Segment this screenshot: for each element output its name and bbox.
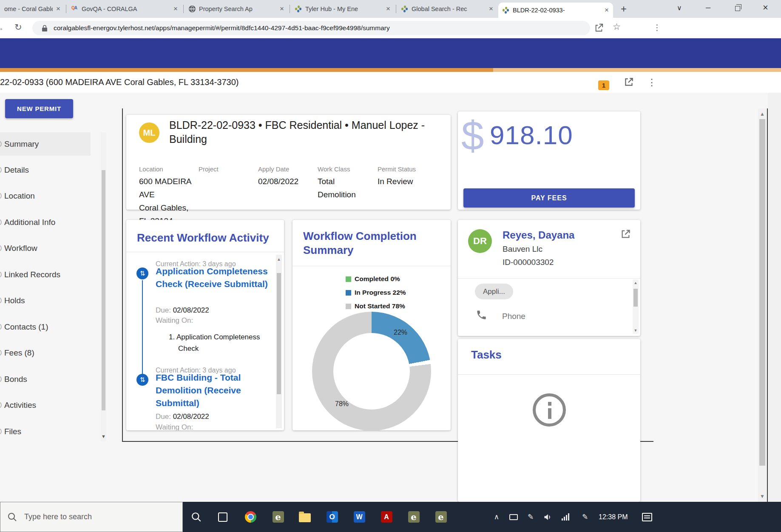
workflow-item-link[interactable]: FBC Building - Total Demolition (Receive… — [156, 371, 275, 410]
screen: ome - Coral Gable × QA GovQA - CORALGA ×… — [0, 0, 781, 532]
word-icon[interactable]: W — [349, 502, 369, 532]
sidebar-scrollbar-thumb[interactable] — [102, 170, 105, 410]
ie-olive-icon[interactable]: e — [268, 502, 288, 532]
slice-label-not-started: 78% — [335, 400, 349, 408]
contact-scrollbar[interactable]: ▲ ▼ — [633, 279, 639, 334]
window-close-button[interactable]: × — [763, 2, 768, 13]
tray-speaker-icon[interactable] — [540, 502, 555, 532]
divider — [293, 266, 451, 266]
scroll-down-icon[interactable]: ▼ — [633, 328, 639, 333]
window-restore-button[interactable] — [735, 6, 740, 11]
record-menu-icon[interactable]: ⋮ — [647, 77, 656, 88]
frame-border-left — [122, 108, 123, 441]
legend-in-progress: In Progress 22% — [346, 289, 406, 296]
new-tab-button[interactable]: + — [621, 3, 627, 15]
window-chevron-icon[interactable]: ∨ — [677, 4, 682, 12]
file-explorer-icon[interactable] — [295, 502, 315, 532]
notification-count-badge: 1 — [598, 80, 609, 90]
legend-completed: Completed 0% — [346, 275, 400, 283]
ie-olive-icon[interactable]: e — [431, 502, 451, 532]
workflow-swap-icon: ⇅ — [136, 374, 148, 386]
contact-name[interactable]: Reyes, Dayana — [503, 229, 574, 241]
task-view-icon[interactable] — [213, 502, 233, 532]
sidebar-item-fees[interactable]: Fees (8) — [0, 341, 91, 364]
sidebar-item-icon — [0, 219, 2, 225]
tab-close-icon[interactable]: × — [280, 5, 284, 13]
progress-bar-light — [493, 68, 781, 72]
tray-pen-icon[interactable]: ✎ — [523, 502, 538, 532]
sidebar-item-icon — [0, 245, 2, 251]
share-icon[interactable] — [594, 23, 604, 32]
browser-tab[interactable]: ome - Coral Gable × — [0, 0, 65, 18]
tab-close-icon[interactable]: × — [386, 5, 390, 13]
browser-tab-active[interactable]: BLDR-22-02-0933- × — [498, 3, 613, 18]
globe-favicon — [189, 6, 196, 12]
tab-label: GovQA - CORALGA — [82, 6, 137, 12]
tab-label: ome - Coral Gable — [4, 6, 53, 12]
sidebar-item-linked-records[interactable]: Linked Records — [0, 263, 91, 286]
open-in-new-icon[interactable] — [623, 77, 634, 88]
tray-pc-icon[interactable] — [506, 502, 521, 532]
sidebar-item-holds[interactable]: Holds — [0, 289, 91, 312]
browser-tab[interactable]: Property Search Ap × — [185, 0, 288, 18]
browser-toolbar: → ↻ coralgablesfl-energov.tylerhost.net/… — [0, 18, 781, 38]
sidebar-scroll-down-icon[interactable]: ▼ — [101, 434, 106, 439]
sidebar-item-files[interactable]: Files — [0, 420, 91, 443]
activity-scrollbar-thumb[interactable] — [277, 273, 281, 394]
tray-ink-icon[interactable]: ✎ — [577, 502, 593, 532]
sidebar-item-workflow[interactable]: Workflow — [0, 236, 91, 260]
scroll-up-icon[interactable]: ▲ — [758, 108, 767, 117]
content-scrollbar-thumb[interactable] — [759, 119, 765, 466]
workflow-item-due: Due: 02/08/2022 — [156, 306, 209, 315]
taskbar-search-button[interactable] — [186, 502, 207, 532]
tab-close-icon[interactable]: × — [489, 5, 493, 13]
tab-close-icon[interactable]: × — [56, 5, 60, 13]
contact-role-chip[interactable]: Appli... — [475, 284, 513, 299]
scroll-down-icon[interactable]: ▼ — [758, 493, 767, 499]
open-contact-icon[interactable] — [620, 228, 631, 240]
browser-menu-icon[interactable]: ⋮ — [653, 23, 661, 32]
address-bar[interactable]: coralgablesfl-energov.tylerhost.net/apps… — [32, 21, 590, 35]
sidebar-item-icon — [0, 350, 2, 356]
sidebar-item-location[interactable]: Location — [0, 184, 91, 208]
apply-date-value: 02/08/2022 — [258, 175, 313, 188]
sidebar-item-icon — [0, 428, 2, 435]
bookmark-star-icon[interactable]: ☆ — [613, 22, 621, 32]
ie-olive-icon[interactable]: e — [403, 502, 424, 532]
taskbar-clock[interactable]: 12:38 PM — [599, 502, 628, 532]
tab-label: Tyler Hub - My Ene — [305, 6, 358, 12]
new-permit-button[interactable]: NEW PERMIT — [5, 99, 73, 118]
tasks-card: Tasks — [458, 339, 640, 502]
tray-chevron-icon[interactable]: ∧ — [489, 502, 504, 532]
sidebar-item-bonds[interactable]: Bonds — [0, 367, 91, 391]
sidebar-item-additional-info[interactable]: Additional Info — [0, 211, 91, 234]
window-minimize-button[interactable]: – — [706, 3, 710, 12]
tray-network-icon[interactable] — [558, 502, 573, 532]
workflow-swap-icon: ⇅ — [136, 267, 148, 279]
chrome-icon[interactable] — [240, 502, 261, 532]
sidebar-item-contacts[interactable]: Contacts (1) — [0, 315, 91, 339]
contact-scrollbar-thumb[interactable] — [633, 289, 638, 307]
scroll-up-icon[interactable]: ▲ — [633, 279, 639, 285]
tab-close-icon[interactable]: × — [173, 5, 178, 13]
pay-fees-button[interactable]: PAY FEES — [463, 188, 635, 208]
project-label: Project — [199, 165, 219, 173]
reload-button[interactable]: ↻ — [14, 22, 22, 32]
browser-tab[interactable]: Global Search - Rec × — [397, 0, 497, 18]
taskbar-search-box[interactable]: Type here to search — [0, 502, 183, 532]
sidebar-item-details[interactable]: Details — [0, 158, 91, 182]
workflow-item-waiting-item: 1. Application Completeness Check — [169, 331, 273, 354]
sidebar-item-icon — [0, 324, 2, 330]
legend-swatch-not-started — [346, 304, 351, 309]
sidebar-item-activities[interactable]: Activities — [0, 393, 91, 417]
action-center-icon[interactable] — [637, 502, 657, 532]
workflow-item-link[interactable]: Application Completeness Check (Receive … — [156, 265, 275, 290]
browser-tab[interactable]: Tyler Hub - My Ene × — [291, 0, 395, 18]
sidebar-item-summary[interactable]: Summary — [0, 132, 91, 156]
forward-button[interactable]: → — [0, 22, 7, 34]
browser-tab[interactable]: QA GovQA - CORALGA × — [67, 0, 182, 18]
search-icon — [7, 512, 17, 522]
acrobat-icon[interactable]: A — [376, 502, 397, 532]
outlook-icon[interactable]: O — [322, 502, 342, 532]
tab-close-icon[interactable]: × — [605, 6, 609, 14]
